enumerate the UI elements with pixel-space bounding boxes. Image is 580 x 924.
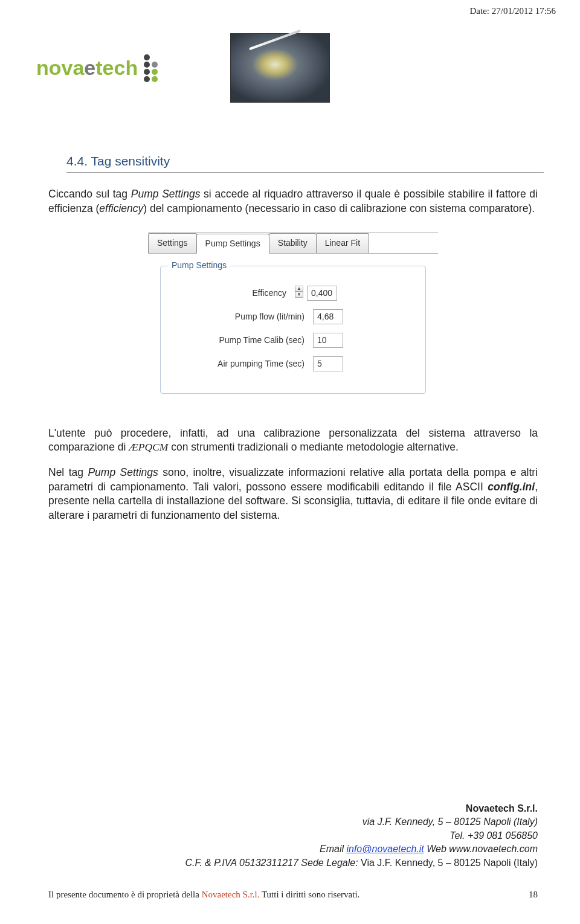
config-file: config.ini: [488, 481, 535, 493]
company-footer: Novaetech S.r.l. via J.F. Kennedy, 5 – 8…: [185, 802, 538, 870]
logo-dots-icon: [141, 54, 158, 82]
tab-settings[interactable]: Settings: [148, 233, 197, 253]
term-efficiency: efficiency: [99, 202, 143, 214]
web-label: Web: [424, 844, 450, 854]
page-number: 18: [529, 890, 538, 900]
document-date: Date: 27/01/2012 17:56: [470, 6, 556, 16]
text: Il presente documento è di proprietà del…: [48, 890, 202, 899]
page-header: novaetech: [36, 33, 330, 103]
company-address: via J.F. Kennedy, 5 – 80125 Napoli (Ital…: [185, 815, 538, 829]
logo-part-e: e: [84, 56, 95, 79]
tab-row: Settings Pump Settings Stability Linear …: [148, 233, 438, 254]
paragraph-3: Nel tag Pump Settings sono, inoltre, vis…: [48, 466, 538, 523]
logo-part-nova: nova: [36, 56, 84, 79]
paragraph-2: L'utente può procedere, infatti, ad una …: [48, 426, 538, 455]
label-efficiency: Efficency: [174, 287, 295, 299]
row-air-pumping-time: Air pumping Time (sec) 5: [174, 356, 412, 371]
tab-linear-fit[interactable]: Linear Fit: [316, 233, 369, 253]
fiscal-address: Via J.F. Kennedy, 5 – 80125 Napoli (Ital…: [361, 858, 538, 868]
row-pump-time-calib: Pump Time Calib (sec) 10: [174, 333, 412, 348]
label-air-pumping-time: Air pumping Time (sec): [174, 358, 313, 370]
tab-stability[interactable]: Stability: [269, 233, 317, 253]
row-efficiency: Efficency ▲▼ 0,400: [174, 286, 412, 301]
company-name-red: Novaetech S.r.l.: [202, 890, 260, 899]
text: Ciccando sul tag: [48, 188, 131, 200]
bottom-bar: Il presente documento è di proprietà del…: [48, 890, 538, 900]
fiscal-label: C.F. & P.IVA 05132311217 Sede Legale:: [185, 858, 361, 868]
novaetech-logo: novaetech: [36, 54, 158, 82]
label-pump-flow: Pump flow (lit/min): [174, 311, 313, 322]
email-link[interactable]: info@novaetech.it: [346, 844, 424, 854]
web-url: www.novaetech.com: [449, 844, 538, 854]
pump-time-calib-input[interactable]: 10: [313, 333, 343, 348]
pump-settings-panel: Settings Pump Settings Stability Linear …: [148, 233, 438, 405]
app-name: ÆPQCM: [129, 441, 168, 453]
body-content: Ciccando sul tag Pump Settings si accede…: [48, 187, 538, 533]
efficiency-input[interactable]: 0,400: [307, 286, 337, 301]
term-pump-settings: Pump Settings: [131, 188, 201, 200]
label-pump-time-calib: Pump Time Calib (sec): [174, 335, 313, 346]
text: Tutti i diritti sono riservati.: [259, 890, 359, 899]
company-tel: Tel. +39 081 056850: [185, 829, 538, 842]
text: ) del campionamento (necessario in caso …: [143, 202, 535, 214]
email-label: Email: [320, 844, 346, 854]
tab-pump-settings[interactable]: Pump Settings: [196, 234, 269, 254]
text: con strumenti tradizionali o mediante me…: [168, 441, 459, 453]
company-name: Novaetech S.r.l.: [466, 803, 538, 813]
term-pump-settings: Pump Settings: [88, 466, 158, 478]
section-heading: 4.4. Tag sensitivity: [66, 154, 544, 173]
rights-statement: Il presente documento è di proprietà del…: [48, 890, 359, 900]
fieldset-legend: Pump Settings: [168, 260, 230, 271]
pump-flow-input[interactable]: 4,68: [313, 309, 343, 324]
paragraph-1: Ciccando sul tag Pump Settings si accede…: [48, 187, 538, 216]
air-pumping-time-input[interactable]: 5: [313, 356, 343, 371]
efficiency-spinner[interactable]: ▲▼: [295, 286, 303, 301]
pump-settings-fieldset: Pump Settings Efficency ▲▼ 0,400 Pump fl…: [160, 266, 426, 394]
text: Nel tag: [48, 466, 88, 478]
logo-part-tech: tech: [95, 56, 138, 79]
row-pump-flow: Pump flow (lit/min) 4,68: [174, 309, 412, 324]
product-photo: [230, 33, 330, 103]
